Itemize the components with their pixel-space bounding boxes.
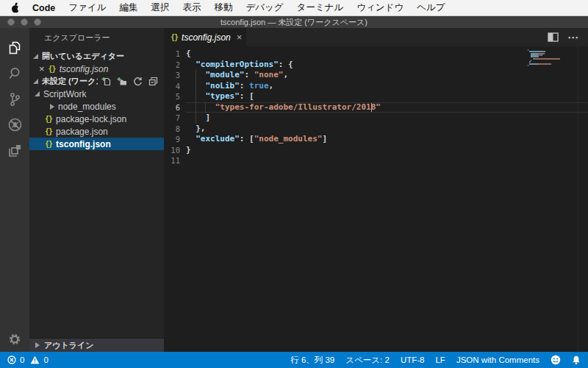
indent-guide [196, 70, 196, 124]
code-line-9[interactable]: 9 "exclude": ["node_modules"] [164, 134, 588, 145]
tree-item-package-lock[interactable]: {} package-lock.json [29, 113, 164, 125]
indent-guide [205, 102, 206, 113]
vscode-window: Codeファイル編集選択表示移動デバッグターミナルウィンドウヘルプ tsconf… [0, 0, 588, 368]
workspace-section-label: 未設定 (ワークス... [42, 76, 98, 87]
menu-item-2[interactable]: 編集 [112, 1, 144, 14]
line-number: 11 [164, 155, 180, 166]
code-line-7[interactable]: 7 ] [164, 113, 588, 124]
new-file-icon[interactable] [101, 77, 111, 86]
source-control-icon[interactable] [0, 86, 29, 112]
line-number: 10 [164, 145, 180, 156]
line-number: 6 [164, 102, 180, 113]
warning-count: 0 [43, 355, 48, 364]
json-file-icon: {} [45, 115, 52, 123]
tree-item-scriptwork[interactable]: ScriptWork [29, 88, 164, 100]
status-item-4[interactable]: JSON with Comments [456, 355, 539, 364]
split-editor-icon[interactable] [548, 32, 559, 42]
explorer-sidebar: エクスプローラー 開いているエディター × {} tsconfig.json 未… [29, 28, 164, 352]
line-number: 5 [164, 91, 180, 102]
line-number: 2 [164, 60, 180, 71]
code-line-5[interactable]: 5 "types": [ [164, 91, 588, 102]
close-editor-icon[interactable]: × [39, 64, 45, 74]
json-file-icon: {} [45, 127, 52, 135]
menu-item-6[interactable]: デバッグ [239, 1, 290, 14]
status-item-3[interactable]: LF [435, 355, 445, 364]
status-item-1[interactable]: スペース: 2 [345, 355, 390, 366]
json-file-icon: {} [171, 33, 178, 41]
menu-item-5[interactable]: 移動 [207, 1, 239, 14]
tab-tsconfig[interactable]: {} tsconfig.json × [164, 28, 246, 46]
explorer-icon[interactable] [0, 35, 29, 60]
editor-group: {} tsconfig.json × ⋯ 1{2 "compilerOption… [164, 28, 588, 352]
code-editor[interactable]: 1{2 "compilerOptions": {3 "module": "non… [164, 46, 588, 352]
outline-section-header[interactable]: アウトライン [29, 338, 164, 352]
chevron-expanded-icon [33, 79, 38, 84]
chevron-expanded-icon [33, 54, 38, 59]
status-bar: 0 0 行 6、列 39スペース: 2UTF-8LFJSON with Comm… [0, 352, 588, 368]
status-item-2[interactable]: UTF-8 [401, 355, 425, 364]
window-title: tsconfig.json — 未設定 (ワークスペース) [0, 17, 588, 28]
menu-item-7[interactable]: ターミナル [290, 1, 351, 14]
menu-item-8[interactable]: ウィンドウ [350, 1, 410, 14]
chevron-collapsed-icon [50, 104, 54, 110]
collapse-all-icon[interactable] [148, 77, 158, 86]
code-line-1[interactable]: 1{ [164, 49, 588, 60]
code-line-10[interactable]: 10} [164, 145, 588, 156]
notifications-bell-icon[interactable] [572, 355, 581, 365]
code-line-3[interactable]: 3 "module": "none", [164, 70, 588, 81]
code-line-2[interactable]: 2 "compilerOptions": { [164, 60, 588, 71]
line-number: 7 [164, 113, 180, 124]
refresh-icon[interactable] [133, 77, 143, 86]
macos-menu-bar: Codeファイル編集選択表示移動デバッグターミナルウィンドウヘルプ [0, 0, 588, 16]
line-number: 9 [164, 134, 180, 145]
chevron-collapsed-icon [35, 342, 40, 348]
code-line-6[interactable]: 6 "types-for-adobe/Illustrator/2018" [164, 102, 588, 113]
tree-item-node-modules[interactable]: node_modules [29, 100, 164, 113]
code-line-8[interactable]: 8 }, [164, 124, 588, 135]
json-file-icon: {} [49, 65, 56, 73]
menu-item-3[interactable]: 選択 [144, 1, 176, 14]
settings-gear-icon[interactable] [0, 331, 29, 347]
workspace-section-header[interactable]: 未設定 (ワークス... [29, 75, 164, 88]
search-icon[interactable] [0, 60, 29, 86]
line-number: 1 [164, 49, 180, 60]
tab-label: tsconfig.json [182, 32, 231, 43]
menu-item-4[interactable]: 表示 [176, 1, 207, 14]
status-item-0[interactable]: 行 6、列 39 [290, 355, 334, 366]
more-actions-icon[interactable]: ⋯ [567, 31, 579, 44]
error-count: 0 [20, 355, 24, 364]
tab-bar: {} tsconfig.json × ⋯ [164, 28, 588, 46]
new-folder-icon[interactable] [117, 77, 127, 86]
text-cursor [371, 103, 373, 112]
apple-menu-icon[interactable] [10, 2, 20, 13]
activity-bar [0, 28, 29, 352]
open-editor-item-tsconfig[interactable]: × {} tsconfig.json [29, 63, 164, 75]
open-editors-header[interactable]: 開いているエディター [29, 50, 164, 63]
tree-item-tsconfig[interactable]: {} tsconfig.json [29, 138, 164, 150]
zoom-window-button[interactable] [34, 18, 41, 26]
extensions-icon[interactable] [0, 138, 29, 163]
line-number: 8 [164, 124, 180, 135]
problems-status[interactable]: 0 0 [7, 355, 51, 364]
feedback-smiley-icon[interactable] [551, 355, 561, 365]
menu-item-1[interactable]: ファイル [62, 1, 112, 14]
debug-icon[interactable] [0, 112, 29, 138]
traffic-lights [7, 18, 41, 26]
workbench: エクスプローラー 開いているエディター × {} tsconfig.json 未… [0, 28, 588, 352]
open-editor-label: tsconfig.json [60, 64, 109, 74]
file-tree: ScriptWork node_modules {} package-lock.… [29, 88, 164, 150]
code-line-4[interactable]: 4 "noLib": true, [164, 81, 588, 92]
minimap[interactable] [528, 49, 570, 68]
warning-icon [30, 355, 40, 364]
tree-item-package[interactable]: {} package.json [29, 125, 164, 138]
menu-item-code[interactable]: Code [26, 3, 62, 13]
error-icon [7, 355, 16, 364]
chevron-expanded-icon [35, 91, 40, 96]
code-line-11[interactable]: 11 [164, 155, 588, 166]
line-number: 4 [164, 81, 180, 92]
window-title-bar[interactable]: tsconfig.json — 未設定 (ワークスペース) [0, 16, 588, 28]
tab-close-icon[interactable]: × [237, 32, 243, 42]
minimize-window-button[interactable] [21, 18, 28, 26]
close-window-button[interactable] [7, 18, 15, 26]
menu-item-9[interactable]: ヘルプ [410, 1, 451, 14]
